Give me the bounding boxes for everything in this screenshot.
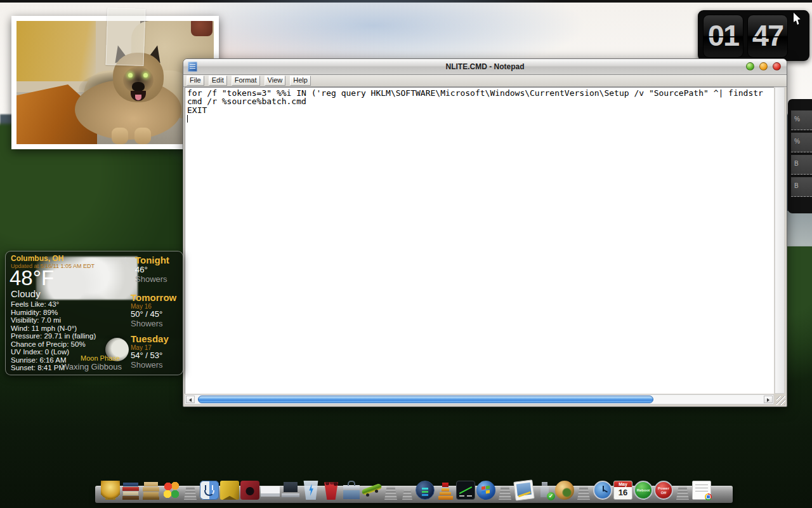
sysmon-row-net-up: B: [791, 177, 812, 197]
dock-riser: [499, 486, 511, 500]
reboot-button[interactable]: Reboot: [634, 481, 653, 500]
forecast-temp: 54° / 53°: [131, 351, 180, 360]
text-line: for /f "tokens=3" %%i IN ('reg query HKL…: [187, 89, 774, 97]
photo-dog-eye: [128, 73, 133, 77]
weather-condition: Cloudy: [11, 288, 41, 299]
desktop: { "clock": { "hours": "01", "minutes": "…: [0, 0, 812, 508]
window-resize-grip[interactable]: [776, 396, 785, 405]
power-off-label: Power: [658, 486, 669, 490]
menu-help[interactable]: Help: [290, 76, 311, 86]
text-caret: [187, 115, 188, 123]
weather-detail: Visibility: 7.0 mi: [11, 316, 96, 324]
photo-dog-eye: [143, 73, 148, 77]
tape-decoration: [105, 8, 145, 66]
crackers-stack-icon[interactable]: [141, 481, 160, 500]
trophy-award-icon[interactable]: [101, 481, 120, 500]
photo-dog-nose: [132, 82, 145, 91]
forecast-temp: 46°: [135, 265, 183, 274]
text-line: EXIT: [187, 106, 774, 114]
forecast-tonight: Tonight 46° Showers: [135, 255, 183, 284]
gold-book-icon[interactable]: [220, 481, 239, 500]
horizontal-scrollbar[interactable]: [185, 394, 774, 404]
weather-detail: Chance of Precip: 50%: [11, 340, 96, 349]
flip-clock-widget[interactable]: 01 47: [698, 10, 809, 61]
forecast-tuesday: Tuesday May 17 54° / 53° Showers: [131, 333, 180, 370]
photo-pillow: [191, 21, 213, 36]
close-button[interactable]: [773, 62, 781, 70]
vertical-scrollbar[interactable]: [775, 87, 785, 394]
notepad-window: NLITE.CMD - Notepad File Edit Format Vie…: [183, 58, 787, 407]
forecast-condition: Showers: [131, 360, 180, 370]
dock-riser: [676, 486, 689, 500]
forecast-tomorrow: Tomorrow May 16 50° / 45° Showers: [131, 292, 180, 328]
photo-dog-leg: [112, 128, 128, 144]
laptop-icon[interactable]: [281, 481, 300, 500]
scanner-icon[interactable]: [261, 481, 280, 500]
sysmon-row-cpu: %: [791, 110, 812, 130]
text-editor-area[interactable]: for /f "tokens=3" %%i IN ('reg query HKL…: [185, 87, 774, 394]
sysmon-row-ram: %: [791, 133, 812, 152]
clock-app-icon[interactable]: [593, 481, 612, 500]
minimize-button[interactable]: [746, 62, 754, 70]
menu-file[interactable]: File: [187, 76, 204, 86]
usb-eject-icon[interactable]: [535, 481, 554, 500]
forecast-label: Tomorrow: [131, 292, 180, 303]
energy-glass-icon[interactable]: [301, 481, 320, 500]
calendar-icon[interactable]: May 16: [613, 481, 632, 500]
skateboard-icon[interactable]: [362, 481, 381, 500]
scroll-left-button[interactable]: [186, 396, 195, 403]
task-list-chrome-icon[interactable]: [692, 481, 711, 500]
dock-riser: [184, 486, 197, 500]
signal-meter-icon[interactable]: [436, 481, 455, 500]
window-title: NLITE.CMD - Notepad: [183, 59, 787, 74]
weather-detail: Wind: 11 mph (N-0°): [11, 324, 96, 333]
photo-viewer-icon[interactable]: [513, 479, 534, 500]
moon-phase-value: Waxing Gibbous: [62, 362, 122, 371]
clock-minutes: 47: [747, 15, 788, 58]
menu-format[interactable]: Format: [232, 76, 260, 86]
books-stack-icon[interactable]: [121, 481, 140, 500]
menu-edit[interactable]: Edit: [209, 76, 227, 86]
finder-icon[interactable]: [200, 481, 219, 500]
dock: May 16 Reboot Power Off: [100, 481, 730, 500]
office-suite-icon[interactable]: [162, 481, 181, 500]
globe-icon[interactable]: [555, 481, 574, 500]
text-line: cmd /r %source%batch.cmd: [187, 97, 774, 105]
power-off-label: Off: [661, 491, 667, 495]
windows-orb-icon[interactable]: [476, 481, 495, 500]
weather-location: Columbus, OH: [11, 254, 63, 263]
maximize-button[interactable]: [759, 62, 768, 70]
horizontal-scroll-thumb[interactable]: [198, 396, 653, 403]
calendar-month: May: [614, 481, 632, 487]
toolbox-icon[interactable]: [342, 481, 361, 500]
calendar-day: 16: [614, 487, 632, 498]
dock-riser: [402, 490, 412, 500]
weather-detail: Humidity: 89%: [11, 309, 96, 317]
system-info-orb-icon[interactable]: [416, 481, 435, 500]
dock-riser: [577, 486, 590, 500]
clock-hours: 01: [703, 15, 743, 58]
forecast-temp: 50° / 45°: [131, 310, 180, 319]
power-off-button[interactable]: Power Off: [654, 481, 673, 500]
photo-dog-leg: [134, 128, 151, 144]
notepad-menubar: File Edit Format View Help: [183, 75, 787, 87]
forecast-label: Tuesday: [131, 333, 180, 344]
network-monitor-icon[interactable]: [456, 481, 475, 500]
moon-phase-label: Moon Phase: [81, 354, 120, 362]
dock-riser: [384, 486, 397, 500]
weather-detail: Feels Like: 43°: [11, 300, 96, 309]
menu-view[interactable]: View: [265, 76, 286, 86]
system-monitor-widget[interactable]: % % B B: [788, 99, 812, 213]
forecast-condition: Showers: [135, 274, 183, 284]
scroll-right-button[interactable]: [764, 396, 773, 403]
forecast-condition: Showers: [131, 319, 180, 328]
red-drive-icon[interactable]: [240, 481, 259, 500]
photo-wall: [16, 21, 96, 81]
weather-widget[interactable]: Columbus, OH Updated at 5/16/11 1:05 AM …: [5, 251, 183, 375]
berry-cup-icon[interactable]: [322, 481, 341, 500]
weather-detail: Pressure: 29.71 in (falling): [11, 332, 96, 340]
sysmon-row-net-down: B: [791, 155, 812, 175]
weather-temperature: 48°F: [10, 267, 54, 290]
forecast-label: Tonight: [135, 255, 183, 265]
notepad-titlebar[interactable]: NLITE.CMD - Notepad: [183, 59, 787, 75]
